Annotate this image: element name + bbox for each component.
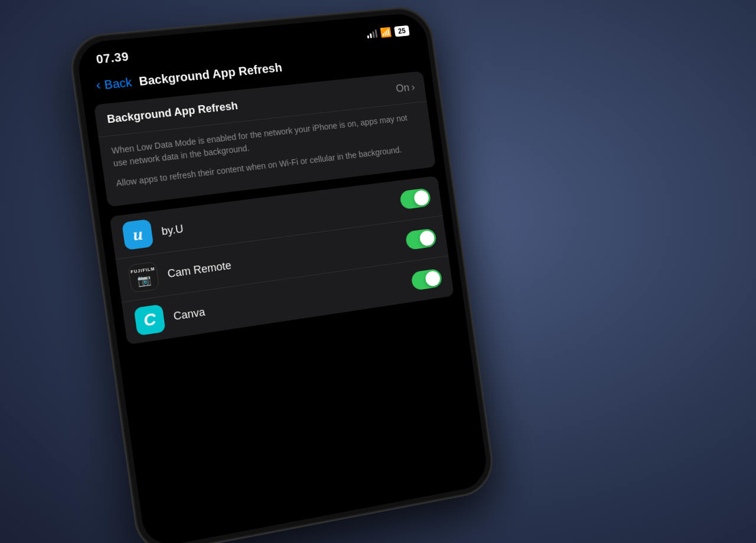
signal-bar-4 xyxy=(374,29,377,37)
toggle-knob-byu xyxy=(413,189,430,206)
app-icon-byu: u xyxy=(122,219,154,250)
signal-icon xyxy=(366,29,377,38)
fuji-text: FUJIFILM xyxy=(131,266,155,274)
status-time: 07.39 xyxy=(95,50,129,67)
app-icon-fuji: FUJIFILM 📷 xyxy=(128,261,159,293)
fuji-camera-icon: 📷 xyxy=(136,273,152,288)
toggle-canva[interactable] xyxy=(410,268,442,290)
background-scene: 07.39 📶 25 ‹ xyxy=(0,0,756,543)
status-icons: 📶 25 xyxy=(366,25,410,40)
on-chevron-button[interactable]: On › xyxy=(395,81,416,95)
toggle-camremote[interactable] xyxy=(405,228,438,250)
content-area: Background App Refresh On › When Low Dat… xyxy=(83,68,489,543)
screen: 07.39 📶 25 ‹ xyxy=(75,12,490,543)
back-label: Back xyxy=(103,75,133,91)
byu-icon-letter: u xyxy=(132,224,144,245)
wifi-icon: 📶 xyxy=(380,27,392,38)
main-toggle-label: Background App Refresh xyxy=(106,100,239,126)
canva-icon-letter: C xyxy=(142,309,158,331)
toggle-knob-canva xyxy=(425,270,441,287)
app-icon-canva: C xyxy=(133,304,165,336)
toggle-byu[interactable] xyxy=(399,188,432,210)
phone-inner: 07.39 📶 25 ‹ xyxy=(75,12,490,543)
chevron-left-icon: ‹ xyxy=(95,77,102,93)
signal-bar-1 xyxy=(367,35,370,38)
battery-badge: 25 xyxy=(394,25,410,37)
apps-section: u by.U FUJIFILM xyxy=(109,176,454,345)
fuji-icon-container: FUJIFILM 📷 xyxy=(131,266,157,288)
on-status-text: On xyxy=(395,81,410,95)
back-button[interactable]: ‹ Back xyxy=(95,74,133,94)
chevron-right-icon: › xyxy=(410,81,415,93)
signal-bar-2 xyxy=(370,33,372,38)
phone-shell: 07.39 📶 25 ‹ xyxy=(67,5,497,543)
toggle-knob-camremote xyxy=(419,230,435,247)
signal-bar-3 xyxy=(372,31,374,38)
